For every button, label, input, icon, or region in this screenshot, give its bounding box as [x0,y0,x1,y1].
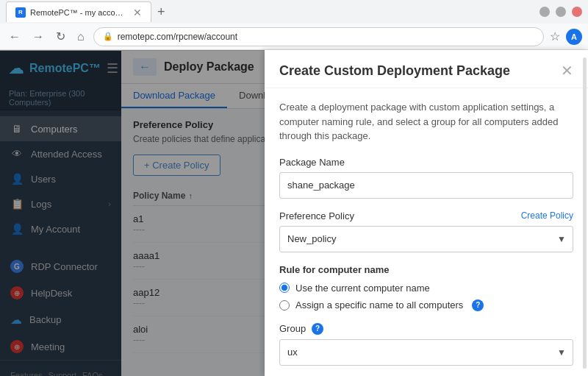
preference-policy-group: Preference Policy Create Policy New_poli… [279,210,573,252]
modal-overlay: Create Custom Deployment Package ✕ Creat… [0,51,588,376]
radio-current-name-label: Use the current computer name [295,283,430,294]
modal-body: Create a deployment package with custom … [265,88,588,376]
modal-dialog: Create Custom Deployment Package ✕ Creat… [265,51,588,376]
close-button[interactable] [572,7,582,17]
specific-name-help-icon[interactable]: ? [472,299,484,311]
active-tab[interactable]: R RemotePC™ - my account infor... ✕ [6,1,151,22]
preference-policy-label-row: Preference Policy Create Policy [279,210,573,221]
group-select[interactable]: ux Default Group Engineering Marketing [279,339,573,366]
toolbar-actions: ☆ A [550,29,582,45]
rule-section-title: Rule for computer name [279,264,573,275]
group-form-group: Group ? ux Default Group Engineering Mar… [279,323,573,366]
forward-nav-button[interactable]: → [29,29,47,45]
modal-close-button[interactable]: ✕ [561,63,573,78]
new-tab-button[interactable]: + [154,4,168,20]
main-content: ☁ RemotePC™ ☰ Plan: Enterprise (300 Comp… [0,51,588,376]
back-nav-button[interactable]: ← [6,29,24,45]
minimize-button[interactable] [539,7,550,17]
tab-close-icon[interactable]: ✕ [133,7,142,18]
browser-toolbar: ← → ↻ ⌂ 🔒 remotepc.com/rpcnew/account ☆ … [0,24,588,50]
browser-tabs: R RemotePC™ - my account infor... ✕ + [0,0,588,24]
window-controls [539,7,582,17]
rule-section: Rule for computer name Use the current c… [279,264,573,311]
create-policy-link[interactable]: Create Policy [521,210,573,221]
tab-favicon: R [15,7,26,18]
browser-chrome: R RemotePC™ - my account infor... ✕ + ← … [0,0,588,51]
radio-current-name-input[interactable] [279,283,290,293]
package-name-input[interactable] [279,172,573,199]
tab-title: RemotePC™ - my account infor... [30,8,126,17]
refresh-nav-button[interactable]: ↻ [53,28,68,45]
radio-specific-name-label: Assign a specific name to all computers [295,299,463,311]
group-label: Group [279,323,306,334]
modal-scrollbar[interactable] [583,57,587,369]
star-icon[interactable]: ☆ [550,29,560,43]
url-text: remotepc.com/rpcnew/account [118,32,237,42]
modal-title: Create Custom Deployment Package [279,63,561,79]
modal-description: Create a deployment package with custom … [279,100,573,143]
radio-specific-name-input[interactable] [279,300,290,311]
radio-specific-name[interactable]: Assign a specific name to all computers … [279,299,573,311]
radio-current-name[interactable]: Use the current computer name [279,283,573,294]
lock-icon: 🔒 [103,32,113,41]
modal-header: Create Custom Deployment Package ✕ [265,51,588,88]
home-nav-button[interactable]: ⌂ [74,29,87,45]
package-name-group: Package Name [279,157,573,199]
package-name-label: Package Name [279,157,573,168]
preference-policy-select[interactable]: New_policy Default_policy Custom_policy [279,226,573,252]
restore-button[interactable] [556,7,566,17]
profile-icon[interactable]: A [566,29,582,45]
preference-policy-label: Preference Policy [279,210,354,221]
group-help-icon[interactable]: ? [312,323,323,335]
group-select-wrapper: ux Default Group Engineering Marketing ▼ [279,339,573,366]
address-bar[interactable]: 🔒 remotepc.com/rpcnew/account [93,27,544,46]
preference-policy-select-wrapper: New_policy Default_policy Custom_policy … [279,226,573,252]
